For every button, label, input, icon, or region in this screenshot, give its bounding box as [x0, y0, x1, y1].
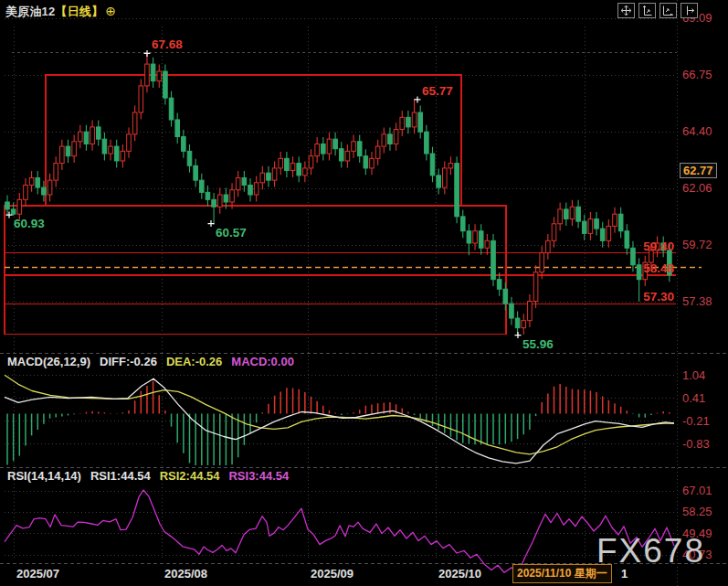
macd-plot [5, 375, 674, 465]
hline-price-label: 57.30 [643, 290, 674, 304]
diff-line [5, 378, 674, 463]
macd-diff-value: DIFF:-0.26 [100, 355, 157, 368]
chart-toolbar [617, 3, 698, 18]
x-axis-label-aug: 2025/08 [164, 567, 207, 581]
hline-price-label: 58.48 [643, 261, 674, 275]
fx678-watermark: FX678 [596, 532, 705, 570]
extreme-marker-icon [144, 50, 151, 57]
add-indicator-icon[interactable]: ⊕ [105, 4, 116, 18]
rsi-axis-label: 67.01 [682, 484, 712, 497]
macd-indicator-row: MACD(26,12,9)DIFF:-0.26DEA:-0.26MACD:0.0… [7, 355, 303, 368]
macd-params-label: MACD(26,12,9) [7, 355, 90, 368]
rsi-indicator-row: RSI(14,14,14)RSI1:44.54RSI2:44.54RSI3:44… [7, 469, 298, 483]
hline-price-label: 59.40 [643, 240, 674, 253]
extreme-price-label: 55.96 [522, 337, 554, 351]
rsi-plot [5, 490, 674, 574]
extreme-price-label: 60.57 [216, 226, 247, 240]
rsi1-value: RSI1:44.54 [90, 469, 151, 483]
macd-dea-value: DEA:-0.26 [166, 355, 222, 368]
user-drawn-shapes[interactable] [5, 75, 676, 334]
macd-axis-label: 0.41 [682, 391, 705, 405]
price-axis-label: 62.06 [682, 181, 712, 195]
grid [0, 0, 728, 586]
symbol-name: 美原油12 [5, 5, 55, 18]
chart-title: 美原油12【日线】⊕ [5, 4, 116, 20]
extreme-price-label: 65.77 [422, 84, 453, 98]
price-axis-label: 59.72 [682, 238, 712, 251]
scale-x-axis-icon[interactable] [659, 3, 677, 18]
x-axis-label-oct: 2025/10 [438, 567, 481, 581]
price-axis-label: 64.40 [682, 124, 712, 138]
macd-axis-label: 1.04 [682, 368, 705, 382]
x-axis-label-jul: 2025/07 [16, 567, 59, 581]
rsi-line [5, 490, 674, 574]
exit-chart-icon[interactable] [681, 3, 698, 18]
price-axis-label: 57.38 [682, 294, 712, 308]
dea-line [5, 375, 674, 454]
scale-y-axis-icon[interactable] [638, 3, 656, 18]
macd-macd-value: MACD:0.00 [231, 355, 294, 368]
rsi2-value: RSI2:44.54 [160, 469, 220, 483]
extreme-price-label: 67.68 [152, 37, 183, 51]
extreme-price-label: 60.93 [14, 217, 45, 230]
x-axis-label-sep: 2025/09 [311, 567, 353, 581]
rsi3-value: RSI3:44.54 [228, 469, 289, 483]
rsi-axis-label: 58.25 [682, 505, 712, 518]
period-label: 【日线】 [55, 5, 103, 18]
rsi-params-label: RSI(14,14,14) [7, 469, 81, 483]
candlesticks [5, 52, 671, 336]
macd-axis-label: -0.83 [682, 437, 710, 451]
crosshair-price-box: 62.77 [680, 163, 717, 178]
extreme-marker-icon [515, 332, 522, 338]
move-tool-icon[interactable] [617, 3, 635, 18]
drawn-rectangle [5, 206, 506, 334]
drawn-rectangle [46, 75, 461, 206]
macd-axis-label: -0.21 [682, 414, 710, 428]
extreme-marker-icon [208, 220, 215, 227]
extreme-marker-icon [415, 96, 421, 102]
price-axis-label: 66.75 [682, 68, 712, 81]
main-chart[interactable]: 67.6865.7760.9360.5755.9659.4058.4857.30 [0, 0, 728, 586]
